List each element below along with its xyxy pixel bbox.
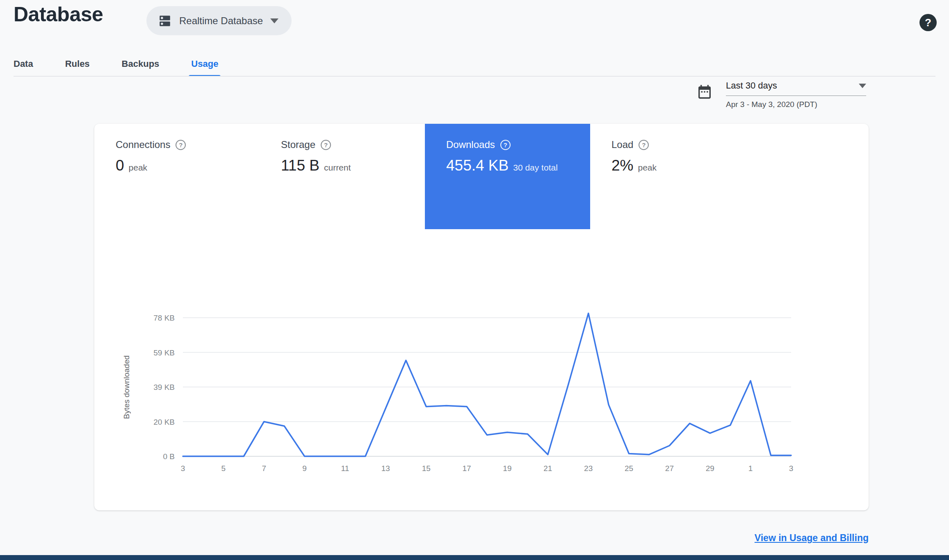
metric-unit: peak xyxy=(129,163,148,173)
svg-text:13: 13 xyxy=(381,464,390,473)
tab-backups[interactable]: Backups xyxy=(122,52,160,76)
svg-text:15: 15 xyxy=(422,464,431,473)
chevron-down-icon xyxy=(270,18,278,23)
date-range-selector[interactable]: Last 30 days Apr 3 - May 3, 2020 (PDT) xyxy=(726,80,866,109)
metric-unit: peak xyxy=(638,163,657,173)
view-usage-billing-link[interactable]: View in Usage and Billing xyxy=(755,533,869,544)
downloads-line-chart: 78 KB59 KB39 KB20 KB0 B35791113151719212… xyxy=(135,298,800,480)
metric-unit: 30 day total xyxy=(513,163,558,173)
svg-text:11: 11 xyxy=(341,464,349,473)
metric-tile-connections[interactable]: Connections 0 peak xyxy=(94,124,260,229)
tab-usage[interactable]: Usage xyxy=(191,52,218,76)
metric-label: Load xyxy=(611,139,633,150)
page-title: Database xyxy=(14,2,103,26)
svg-text:59 KB: 59 KB xyxy=(153,348,175,357)
tab-bar-divider xyxy=(14,76,935,77)
database-selector-button[interactable]: Realtime Database xyxy=(146,6,292,35)
svg-text:21: 21 xyxy=(543,464,552,473)
metric-tile-downloads[interactable]: Downloads 455.4 KB 30 day total xyxy=(425,124,590,229)
svg-text:3: 3 xyxy=(181,464,185,473)
metric-value: 2% xyxy=(611,157,633,174)
svg-text:29: 29 xyxy=(706,464,714,473)
metric-tile-storage[interactable]: Storage 115 B current xyxy=(260,124,425,229)
metric-value: 0 xyxy=(116,157,124,174)
chart-y-axis-label: Bytes downloaded xyxy=(121,340,132,434)
svg-text:17: 17 xyxy=(462,464,471,473)
svg-text:27: 27 xyxy=(665,464,674,473)
svg-text:5: 5 xyxy=(221,464,226,473)
calendar-icon xyxy=(696,84,713,100)
tab-data[interactable]: Data xyxy=(14,52,33,76)
metric-label: Downloads xyxy=(446,139,495,150)
help-circle-icon[interactable] xyxy=(500,140,511,150)
svg-text:3: 3 xyxy=(789,464,794,473)
date-range-label: Last 30 days xyxy=(726,80,777,91)
metric-tiles: Connections 0 peak Storage 115 B current xyxy=(94,124,755,229)
svg-text:23: 23 xyxy=(584,464,593,473)
svg-text:1: 1 xyxy=(748,464,753,473)
metric-value: 115 B xyxy=(281,157,319,174)
database-selector-label: Realtime Database xyxy=(179,15,263,27)
svg-text:78 KB: 78 KB xyxy=(153,314,175,322)
metric-unit: current xyxy=(324,163,351,173)
svg-text:25: 25 xyxy=(625,464,633,473)
chevron-down-icon xyxy=(859,84,866,88)
svg-text:0 B: 0 B xyxy=(163,452,175,461)
help-circle-icon[interactable] xyxy=(639,140,649,150)
svg-text:19: 19 xyxy=(503,464,511,473)
svg-text:9: 9 xyxy=(302,464,307,473)
date-range-detail: Apr 3 - May 3, 2020 (PDT) xyxy=(726,100,866,109)
metric-value: 455.4 KB xyxy=(446,157,509,174)
help-circle-icon[interactable] xyxy=(321,140,331,150)
help-circle-icon[interactable] xyxy=(176,140,186,150)
tab-rules[interactable]: Rules xyxy=(65,52,90,76)
tab-bar: Data Rules Backups Usage xyxy=(14,52,218,76)
svg-text:39 KB: 39 KB xyxy=(153,383,175,392)
database-icon xyxy=(158,14,172,28)
bottom-bar xyxy=(0,555,949,560)
svg-text:7: 7 xyxy=(262,464,266,473)
usage-card: Connections 0 peak Storage 115 B current xyxy=(94,124,869,510)
metric-label: Connections xyxy=(116,139,170,150)
metric-tile-load[interactable]: Load 2% peak xyxy=(590,124,755,229)
svg-text:20 KB: 20 KB xyxy=(153,418,175,426)
metric-label: Storage xyxy=(281,139,315,150)
help-button[interactable] xyxy=(919,14,937,31)
